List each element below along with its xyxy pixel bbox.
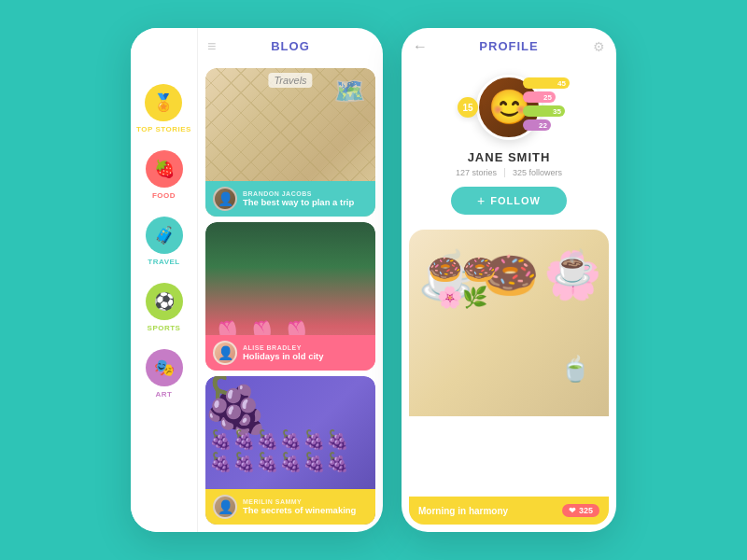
stat-bars: 45 25 35 22 — [523, 77, 570, 131]
likes-badge: ❤ 325 — [562, 504, 599, 517]
stories-count: 127 stories — [456, 168, 497, 177]
sports-label: SPORTS — [148, 324, 181, 332]
travel-label: TRAVEL — [148, 258, 179, 266]
card-text-1: BRANDON JACOBS The best way to plan a tr… — [243, 190, 368, 207]
back-button[interactable]: ← — [413, 38, 428, 55]
follow-plus-icon: + — [477, 193, 486, 208]
story-card-1[interactable]: 🗺️ Travels 👤 BRANDON JACOBS The best way… — [205, 68, 375, 217]
card-overlay-3: 👤 MERILIN SAMMY The secrets of winemakin… — [205, 489, 375, 525]
menu-icon[interactable]: ≡ — [207, 38, 216, 55]
travel-icon: 🧳 — [146, 217, 183, 254]
blog-header: ≡ BLOG — [198, 28, 383, 64]
profile-title: PROFILE — [479, 39, 538, 53]
card-title-1: The best way to plan a trip — [243, 197, 368, 207]
card-title-3: The secrets of winemaking — [243, 505, 368, 515]
follow-button[interactable]: + FOLLOW — [451, 187, 567, 215]
post-title: Morning in harmony — [418, 506, 508, 516]
post-card[interactable]: ☕ 🍩🍩 🌸🌿 🍵 Morning in harmony ❤ 325 — [409, 230, 609, 525]
card-author-3: MERILIN SAMMY — [243, 498, 368, 505]
story-cards: 🗺️ Travels 👤 BRANDON JACOBS The best way… — [198, 64, 383, 532]
heart-icon: ❤ — [569, 506, 576, 515]
profile-avatar-section: 15 😊 45 25 35 22 JANE SMITH 127 stories … — [402, 64, 616, 222]
sidebar-item-top-stories[interactable]: 🏅 TOP STORIES — [136, 84, 191, 133]
profile-name: JANE SMITH — [468, 150, 551, 164]
profile-stats-row: 127 stories 325 followers — [456, 168, 562, 177]
blog-sidebar: 🏅 TOP STORIES 🍓 FOOD 🧳 TRAVEL ⚽ SPORTS 🎭… — [131, 28, 198, 532]
likes-count: 325 — [579, 506, 593, 515]
card-author-2: ALISE BRADLEY — [243, 344, 368, 351]
profile-header: ← PROFILE ⚙ — [402, 28, 616, 64]
card-overlay-2: 👤 ALISE BRADLEY Holidays in old city — [205, 335, 375, 371]
stat-bar-1: 45 — [523, 77, 570, 89]
story-card-3[interactable]: 🍇🍇🍇🍇🍇🍇🍇🍇🍇🍇🍇🍇 👤 MERILIN SAMMY The secrets… — [205, 376, 375, 525]
stat-bar-4: 22 — [523, 119, 551, 131]
stat-bar-3: 35 — [523, 105, 565, 117]
stat-bar-2: 25 — [523, 91, 556, 103]
sidebar-item-art[interactable]: 🎭 ART — [146, 349, 183, 399]
blog-content: ≡ BLOG 🗺️ Travels 👤 BRANDON JACOBS — [198, 28, 383, 532]
art-label: ART — [156, 390, 173, 399]
card-text-2: ALISE BRADLEY Holidays in old city — [243, 344, 368, 361]
blog-title: BLOG — [271, 39, 310, 53]
follow-label: FOLLOW — [490, 195, 541, 206]
top-stories-label: TOP STORIES — [136, 125, 191, 133]
gear-icon[interactable]: ⚙ — [593, 39, 605, 54]
avatar-with-stats: 15 😊 45 25 35 22 — [453, 70, 565, 145]
art-icon: 🎭 — [146, 349, 183, 386]
post-image: ☕ 🍩🍩 🌸🌿 🍵 — [409, 230, 609, 416]
top-stories-icon: 🏅 — [145, 84, 182, 121]
story-card-2[interactable]: 🌷🌷🌷 👤 ALISE BRADLEY Holidays in old city — [205, 222, 375, 371]
followers-count: 325 followers — [513, 168, 562, 177]
sidebar-item-travel[interactable]: 🧳 TRAVEL — [146, 217, 183, 266]
card-avatar-1: 👤 — [213, 187, 237, 211]
card-text-3: MERILIN SAMMY The secrets of winemaking — [243, 498, 368, 515]
card-author-1: BRANDON JACOBS — [243, 190, 368, 197]
card-avatar-2: 👤 — [213, 341, 237, 365]
blog-phone: 🏅 TOP STORIES 🍓 FOOD 🧳 TRAVEL ⚽ SPORTS 🎭… — [131, 28, 383, 532]
stats-separator — [504, 168, 505, 177]
phones-container: 🏅 TOP STORIES 🍓 FOOD 🧳 TRAVEL ⚽ SPORTS 🎭… — [131, 28, 616, 532]
card-avatar-3: 👤 — [213, 495, 237, 519]
sidebar-item-food[interactable]: 🍓 FOOD — [146, 150, 183, 200]
sidebar-item-sports[interactable]: ⚽ SPORTS — [146, 283, 183, 332]
card-title-2: Holidays in old city — [243, 351, 368, 361]
post-overlay: Morning in harmony ❤ 325 — [409, 497, 609, 525]
profile-phone: ← PROFILE ⚙ 15 😊 45 25 35 22 JANE SMITH … — [402, 28, 616, 532]
level-badge: 15 — [458, 97, 478, 118]
card-overlay-1: 👤 BRANDON JACOBS The best way to plan a … — [205, 181, 375, 217]
food-label: FOOD — [152, 191, 176, 200]
sports-icon: ⚽ — [146, 283, 183, 320]
food-icon: 🍓 — [146, 150, 183, 188]
